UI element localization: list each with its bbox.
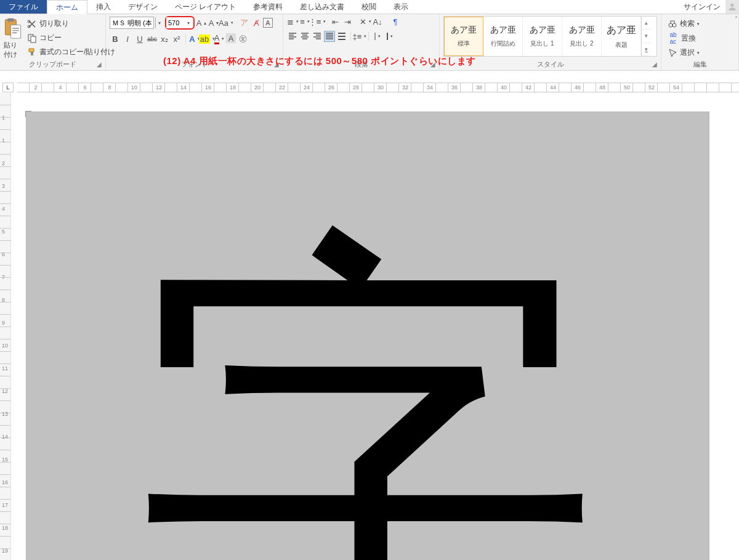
style-scroll-up[interactable]: ▴	[642, 17, 651, 30]
style-name: 表題	[615, 41, 628, 49]
underline-button[interactable]: U	[134, 33, 145, 44]
show-marks-button[interactable]: ¶	[390, 16, 401, 27]
distribute-button[interactable]	[336, 31, 347, 42]
bullets-button[interactable]: ≣▾	[287, 16, 298, 27]
font-size-input[interactable]	[166, 17, 185, 28]
select-button[interactable]: 選択 ▾	[665, 46, 735, 59]
style-gallery-scroll: ▴ ▾ ▾̲	[641, 17, 651, 56]
align-center-button[interactable]	[299, 31, 310, 42]
font-size-highlight	[165, 16, 195, 30]
svg-rect-3	[10, 25, 20, 39]
svg-rect-7	[31, 36, 36, 43]
tab-review[interactable]: 校閲	[353, 0, 385, 14]
signin-link[interactable]: サインイン	[679, 0, 725, 14]
distribute-icon	[337, 31, 347, 41]
paste-label: 貼り付け	[4, 41, 22, 59]
horizontal-ruler[interactable]: 2468101214161820222426283032343638404244…	[17, 83, 739, 92]
align-center-icon	[300, 31, 310, 41]
style-gallery-expand[interactable]: ▾̲	[642, 43, 651, 56]
copy-button[interactable]: コピー	[25, 31, 118, 44]
svg-point-0	[730, 4, 733, 7]
change-case-button[interactable]: Aa▾	[220, 17, 232, 28]
superscript-button[interactable]: x²	[171, 33, 182, 44]
shading-button[interactable]: ▾	[372, 31, 383, 42]
document-canvas[interactable]: 字	[11, 93, 739, 560]
page-corner-marker	[25, 111, 31, 117]
tab-design[interactable]: デザイン	[119, 0, 166, 14]
cursor-icon	[668, 48, 677, 58]
multilevel-button[interactable]: ⋮≡▾	[312, 16, 323, 27]
style-name: 標準	[458, 39, 470, 48]
document-page[interactable]: 字	[26, 112, 709, 560]
highlight-button[interactable]: ab▾	[201, 33, 212, 44]
ruler-area: L 24681012141618202224262830323436384042…	[0, 82, 739, 93]
group-editing: 検索 ▾ abac 置換 選択 ▾ 編集	[661, 14, 739, 70]
style-heading1[interactable]: あア亜 見出し 1	[523, 17, 562, 56]
bold-button[interactable]: B	[110, 33, 121, 44]
tab-view[interactable]: 表示	[385, 0, 417, 14]
style-normal[interactable]: あア亜 標準	[444, 17, 483, 56]
collapse-ribbon-button[interactable]: ˄	[735, 15, 738, 22]
cut-button[interactable]: 切り取り	[25, 17, 118, 30]
tab-references[interactable]: 参考資料	[244, 0, 291, 14]
char-shading-button[interactable]: A	[226, 33, 236, 43]
style-sample: あア亜	[451, 25, 477, 36]
justify-button[interactable]	[324, 31, 335, 42]
borders-button[interactable]: ▾	[384, 31, 395, 42]
style-sample: あア亜	[530, 25, 555, 36]
copy-icon	[27, 33, 37, 43]
char-border-button[interactable]: A	[263, 18, 273, 28]
tab-layout[interactable]: ページ レイアウト	[166, 0, 244, 14]
font-size-dropdown[interactable]	[185, 17, 192, 28]
ribbon-tabs: ファイル ホーム 挿入 デザイン ページ レイアウト 参考資料 差し込み文書 校…	[0, 0, 739, 14]
font-color-button[interactable]: A▾	[214, 33, 225, 44]
replace-icon: abac	[668, 33, 679, 44]
style-name: 見出し 1	[530, 39, 554, 48]
font-name-input[interactable]	[110, 17, 154, 29]
tab-mailings[interactable]: 差し込み文書	[291, 0, 353, 14]
tab-home[interactable]: ホーム	[47, 0, 87, 14]
user-icon	[727, 2, 737, 12]
vertical-ruler[interactable]: 1123456789101112131415161718192021	[0, 93, 11, 560]
line-spacing-button[interactable]: ‡≡▾	[354, 31, 365, 42]
copy-label: コピー	[39, 33, 62, 43]
workspace: 1123456789101112131415161718192021 字	[0, 93, 739, 560]
styles-dialog-launcher[interactable]: ◢	[650, 60, 659, 68]
italic-button[interactable]: I	[122, 33, 133, 44]
style-scroll-down[interactable]: ▾	[642, 30, 651, 43]
svg-point-8	[669, 23, 672, 27]
align-left-icon	[288, 31, 297, 41]
subscript-button[interactable]: x₂	[159, 33, 170, 44]
style-sample: あア亜	[607, 24, 636, 37]
tab-insert[interactable]: 挿入	[87, 0, 119, 14]
style-title[interactable]: あア亜 表題	[602, 17, 641, 56]
font-name-dropdown[interactable]	[155, 17, 163, 28]
style-name: 見出し 2	[570, 39, 593, 48]
asian-layout-button[interactable]: ✕▾	[360, 16, 371, 27]
strike-button[interactable]: abc	[147, 33, 158, 44]
grow-font-button[interactable]: A▴	[196, 17, 207, 28]
tab-file[interactable]: ファイル	[0, 0, 47, 14]
increase-indent-button[interactable]: ⇥	[342, 16, 353, 27]
justify-icon	[325, 31, 334, 41]
replace-button[interactable]: abac 置換	[665, 31, 735, 45]
svg-rect-2	[7, 18, 14, 22]
sort-button[interactable]: A↓	[372, 16, 383, 27]
decrease-indent-button[interactable]: ⇤	[329, 16, 341, 27]
tab-selector[interactable]: L	[2, 83, 14, 92]
style-gallery: あア亜 標準 あア亜 行間詰め あア亜 見出し 1 あア亜 見出し 2 あア亜 …	[443, 16, 657, 57]
group-label-clipboard: クリップボード	[0, 60, 105, 69]
format-painter-button[interactable]: 書式のコピー/貼り付け	[25, 46, 118, 59]
find-button[interactable]: 検索 ▾	[665, 17, 735, 30]
style-nospacing[interactable]: あア亜 行間詰め	[483, 17, 523, 56]
style-heading2[interactable]: あア亜 見出し 2	[562, 17, 602, 56]
clear-format-button[interactable]: A̸	[251, 17, 262, 28]
shrink-font-button[interactable]: A▾	[208, 17, 219, 28]
align-left-button[interactable]	[287, 31, 298, 42]
user-avatar[interactable]	[725, 0, 739, 14]
phonetic-guide-button[interactable]: ア	[238, 17, 249, 28]
replace-label: 置換	[681, 33, 696, 44]
align-right-button[interactable]	[312, 31, 323, 42]
clipboard-dialog-launcher[interactable]: ◢	[95, 60, 103, 68]
enclose-char-button[interactable]: ㊛	[237, 33, 248, 44]
